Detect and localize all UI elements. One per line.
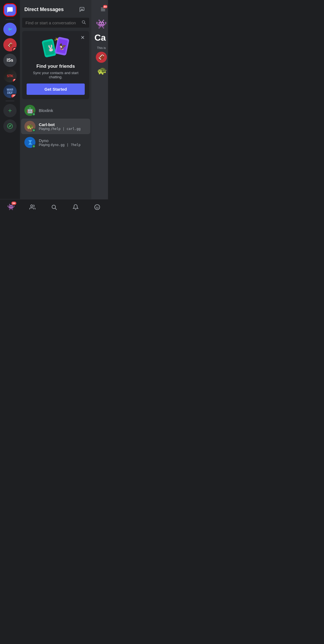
- server-badge-stk: 5: [12, 78, 17, 82]
- sidebar-item-war-server[interactable]: WARDEF 76: [3, 85, 17, 98]
- svg-line-5: [84, 23, 86, 24]
- sidebar: 🐦 🏈 3 ISs STK 5 WARDEF 76: [0, 0, 20, 199]
- get-started-button[interactable]: Get Started: [27, 84, 85, 95]
- dm-list: 🤖 Bloxlink 🐢 Carl-bot: [20, 103, 91, 199]
- bottom-nav: 👾 84: [0, 199, 108, 215]
- dm-info-carlbot: Carl-bot Playing /help | carl.gg: [39, 122, 87, 131]
- dm-panel-title: Direct Messages: [24, 7, 64, 12]
- chat-icon: [7, 7, 13, 13]
- smiley-icon: [94, 204, 100, 210]
- sidebar-item-red-server[interactable]: 🏈 3: [3, 38, 17, 51]
- bottom-nav-search[interactable]: [47, 200, 61, 214]
- dm-header: Direct Messages: [20, 0, 91, 18]
- sidebar-item-stk-server[interactable]: STK 5: [3, 69, 17, 82]
- dm-avatar-dyno: [24, 137, 35, 148]
- dyno-logo-icon: [27, 139, 33, 146]
- dm-status-dyno: Playing dyno.gg | ?help: [39, 143, 87, 147]
- dm-item-dyno[interactable]: Dyno Playing dyno.gg | ?help: [21, 135, 90, 150]
- search-bar[interactable]: [22, 18, 89, 28]
- dm-panel: Direct Messages: [20, 0, 91, 199]
- turtle-icon-peek: 🐢: [96, 64, 108, 77]
- right-notification-badge: 84: [103, 5, 107, 8]
- app-container: 🐦 🏈 3 ISs STK 5 WARDEF 76: [0, 0, 108, 215]
- dm-avatar-carlbot: 🐢: [24, 121, 35, 132]
- server-avatar-bird: 🐦: [3, 23, 17, 36]
- phones-illustration: 🐰 🦅 ✨: [39, 35, 72, 60]
- svg-text:✨: ✨: [54, 37, 58, 41]
- card-title: Find your friends: [27, 64, 85, 69]
- friends-icon: [29, 204, 35, 210]
- search-icon: [81, 20, 86, 25]
- svg-point-1: [10, 126, 11, 127]
- new-dm-icon: [79, 7, 85, 12]
- right-avatars-area: 🏈: [95, 51, 108, 64]
- dm-info-bloxlink: Bloxlink: [39, 108, 87, 113]
- svg-point-21: [95, 204, 100, 209]
- close-card-button[interactable]: ✕: [79, 34, 86, 41]
- dyno-status-dot: [32, 145, 35, 148]
- card-illustration: 🐰 🦅 ✨: [27, 35, 85, 60]
- sidebar-dm-button[interactable]: [3, 3, 17, 17]
- find-friends-card: ✕ 🐰 🦅: [22, 31, 89, 99]
- carlbot-status-dot: [32, 129, 35, 132]
- dm-item-bloxlink[interactable]: 🤖 Bloxlink: [21, 103, 90, 118]
- dm-item-carlbot[interactable]: 🐢 Carl-bot Playing /help | carl.gg: [21, 119, 90, 134]
- sidebar-item-bird-server[interactable]: 🐦: [3, 23, 17, 36]
- dm-status-carlbot: Playing /help | carl.gg: [39, 127, 87, 131]
- dyno-status-prefix: Playing: [39, 143, 51, 147]
- dm-name-bloxlink: Bloxlink: [39, 108, 87, 113]
- bell-icon: [73, 204, 79, 210]
- server-badge-red: 3: [12, 47, 17, 51]
- dm-name-carlbot: Carl-bot: [39, 122, 87, 127]
- bottom-nav-notifications[interactable]: [69, 200, 82, 214]
- server-avatar-iss: ISs: [3, 54, 17, 67]
- right-panel-peek: 84 👾 Ca This is 🏈 🐢: [91, 0, 108, 199]
- bottom-nav-profile[interactable]: [91, 200, 104, 214]
- nav-search-icon: [51, 204, 57, 210]
- plus-icon: +: [8, 107, 12, 114]
- add-server-button[interactable]: +: [3, 104, 17, 117]
- dm-info-dyno: Dyno Playing dyno.gg | ?help: [39, 138, 87, 147]
- green-character: 👾: [95, 18, 108, 30]
- avatar-badge: 84: [11, 202, 16, 205]
- sidebar-divider-bottom: [6, 101, 14, 101]
- carlbot-status-game: /help | carl.gg: [51, 127, 81, 131]
- bottom-nav-avatar[interactable]: 👾 84: [4, 200, 17, 214]
- dm-name-dyno: Dyno: [39, 138, 87, 143]
- bloxlink-status-dot: [32, 113, 35, 116]
- main-area: 🐦 🏈 3 ISs STK 5 WARDEF 76: [0, 0, 108, 199]
- explore-button[interactable]: [3, 119, 17, 133]
- channel-name-peek: Ca: [92, 30, 108, 45]
- channel-desc-peek: This is: [95, 45, 108, 51]
- right-avatar-1: 🏈: [96, 52, 107, 63]
- server-badge-war: 76: [11, 94, 17, 98]
- dyno-status-game: dyno.gg | ?help: [51, 143, 81, 147]
- carlbot-status-prefix: Playing: [39, 127, 51, 131]
- right-panel-header: 84: [98, 0, 108, 18]
- svg-line-20: [55, 208, 56, 210]
- new-dm-button[interactable]: [77, 4, 87, 14]
- sidebar-divider-top: [6, 19, 14, 20]
- card-subtitle: Sync your contacts and start chatting.: [27, 71, 85, 79]
- explore-icon: [7, 123, 13, 129]
- bottom-nav-friends[interactable]: [26, 200, 39, 214]
- svg-point-18: [31, 205, 33, 207]
- sidebar-item-iss-server[interactable]: ISs: [3, 54, 17, 67]
- dm-avatar-bloxlink: 🤖: [24, 105, 35, 116]
- search-input[interactable]: [25, 20, 79, 25]
